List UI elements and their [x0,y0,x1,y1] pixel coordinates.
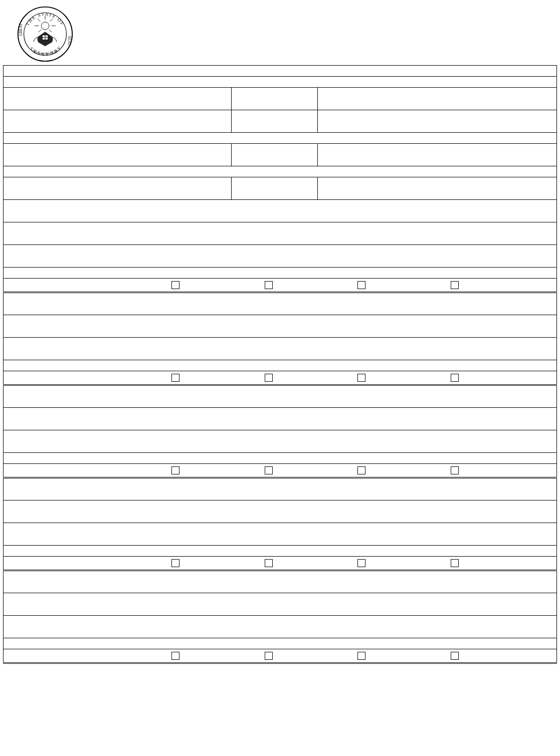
checkbox[interactable] [171,374,179,382]
checkbox[interactable] [357,374,365,382]
checkbox-slot [129,559,222,567]
checkbox[interactable] [451,652,459,660]
form-cell[interactable] [4,430,557,453]
form-cell[interactable] [4,200,557,222]
form-cell[interactable] [4,408,557,430]
checkbox-row-cell [4,464,557,478]
state-seal-icon: THE STATE OF ARKANSAS GREAT SEAL [16,5,74,63]
checkbox-row [4,464,557,478]
checkbox[interactable] [171,559,179,567]
form-cell[interactable] [4,315,557,338]
checkbox-slot [129,652,222,660]
block-0-row-2 [4,245,557,268]
checkbox-slot [315,466,409,474]
checkbox-slot [315,374,409,382]
form-cell[interactable] [4,177,232,200]
checkbox-slot [315,281,409,289]
checkbox[interactable] [171,281,179,289]
form-cell[interactable] [4,500,557,523]
checkbox-row [4,371,557,385]
checkbox[interactable] [357,652,365,660]
checkbox-slot [222,466,315,474]
checkbox-row-cell [4,649,557,663]
form-cell[interactable] [4,453,557,464]
form-cell[interactable] [4,360,557,371]
checkbox-row-cell [4,371,557,385]
header-row-5 [4,144,557,166]
checkbox-slot [408,466,501,474]
checkbox[interactable] [171,466,179,474]
checkbox[interactable] [451,374,459,382]
form-cell[interactable] [4,110,232,133]
block-0-row-3 [4,268,557,279]
form-cell[interactable] [4,133,557,144]
checkbox-row [4,279,557,293]
form-cell[interactable] [4,523,557,546]
block-3-row-2 [4,523,557,546]
checkbox[interactable] [357,559,365,567]
form-cell[interactable] [232,110,318,133]
form-cell[interactable] [4,77,557,88]
form-cell[interactable] [318,177,557,200]
form-cell[interactable] [318,110,557,133]
checkbox-row-cell [4,279,557,293]
form-cell[interactable] [232,88,318,110]
form-cell[interactable] [4,88,232,110]
form-cell[interactable] [4,66,557,77]
form-cell[interactable] [4,222,557,245]
block-1-row-0 [4,293,557,315]
checkbox-slot [222,281,315,289]
form-cell[interactable] [4,593,557,616]
form-cell[interactable] [318,144,557,166]
checkbox[interactable] [265,559,273,567]
checkbox[interactable] [171,652,179,660]
checkbox[interactable] [357,281,365,289]
form-cell[interactable] [4,385,557,408]
form-cell[interactable] [4,616,557,638]
form-cell[interactable] [4,338,557,360]
block-3-row-3 [4,546,557,557]
checkbox-slot [315,559,409,567]
form-cell[interactable] [4,571,557,593]
block-2-row-3 [4,453,557,464]
block-4-row-3 [4,638,557,649]
checkbox[interactable] [357,466,365,474]
checkbox[interactable] [451,559,459,567]
form-cell[interactable] [4,166,557,177]
checkbox-slot [129,466,222,474]
checkbox[interactable] [265,652,273,660]
header-row-0 [4,66,557,77]
form-cell[interactable] [232,177,318,200]
checkbox[interactable] [451,281,459,289]
form-cell[interactable] [4,268,557,279]
block-4-row-0 [4,571,557,593]
form-cell[interactable] [4,478,557,500]
form-cell[interactable] [318,88,557,110]
form-cell[interactable] [232,144,318,166]
form-table [3,65,557,664]
block-4-row-1 [4,593,557,616]
form-cell[interactable] [4,245,557,268]
checkbox[interactable] [265,281,273,289]
checkbox-slot [129,281,222,289]
form-cell[interactable] [4,144,232,166]
checkbox-slot [408,374,501,382]
checkbox-slot [222,652,315,660]
header-row-3 [4,110,557,133]
block-3-row-1 [4,500,557,523]
form-page: THE STATE OF ARKANSAS GREAT SEAL [0,0,560,664]
form-cell[interactable] [4,546,557,557]
form-cell[interactable] [4,638,557,649]
checkbox[interactable] [265,374,273,382]
header-row-2 [4,88,557,110]
checkbox[interactable] [451,466,459,474]
block-2-row-0 [4,385,557,408]
form-cell[interactable] [4,293,557,315]
checkbox-slot [222,374,315,382]
block-0-row-1 [4,222,557,245]
svg-text:SEAL: SEAL [67,36,72,46]
header-row-7 [4,177,557,200]
header-row-1 [4,77,557,88]
block-1-row-3 [4,360,557,371]
checkbox[interactable] [265,466,273,474]
